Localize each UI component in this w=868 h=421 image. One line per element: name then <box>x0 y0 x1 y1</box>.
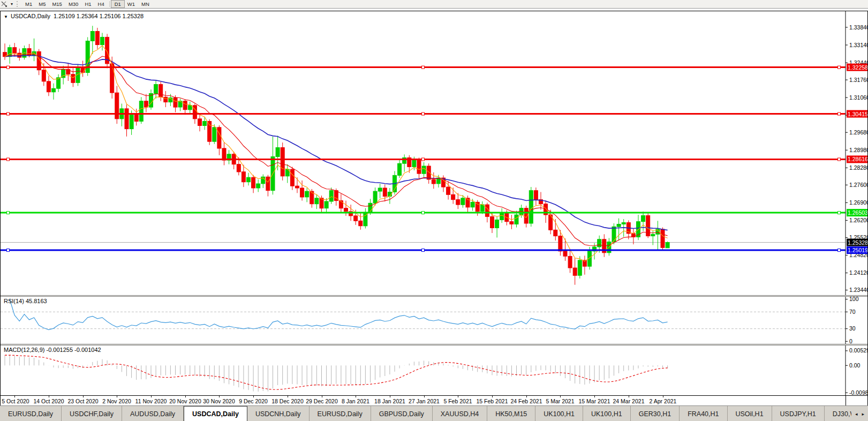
chart-tab-audusd-daily[interactable]: AUDUSD,Daily <box>122 406 184 421</box>
cursor-tool-dropdown-icon[interactable]: ▾ <box>11 2 13 6</box>
candle-body-down[interactable] <box>354 216 358 221</box>
rsi-panel[interactable]: 10070300 <box>1 297 867 344</box>
candle-body-up[interactable] <box>90 32 94 41</box>
candle-body-down[interactable] <box>193 106 197 119</box>
tab-scroll-right-icon[interactable]: ▸ <box>859 410 866 418</box>
candle-body-up[interactable] <box>315 198 319 204</box>
macd-plot[interactable]: 0.0052960.00-0.00981 <box>1 345 867 395</box>
chart-tab-hk50-m15[interactable]: HK50,M15 <box>487 406 535 421</box>
candle-body-up[interactable] <box>256 184 260 188</box>
candle-body-up[interactable] <box>617 224 621 227</box>
cursor-tool-icon[interactable] <box>1 1 10 7</box>
chart-tab-uk100-h1[interactable]: UK100,H1 <box>535 406 583 421</box>
line-handle[interactable] <box>838 112 841 115</box>
line-handle[interactable] <box>7 249 10 252</box>
chart-tab-usdcad-daily[interactable]: USDCAD,Daily <box>184 406 247 421</box>
candle-body-down[interactable] <box>661 229 665 247</box>
candle-body-down[interactable] <box>359 221 363 225</box>
candle-body-down[interactable] <box>281 148 284 176</box>
chart-tab-eurusd-daily[interactable]: EURUSD,Daily <box>310 406 371 421</box>
line-handle[interactable] <box>838 158 841 161</box>
period-button-d1[interactable]: D1 <box>111 1 124 7</box>
candle-body-down[interactable] <box>198 119 202 126</box>
line-handle[interactable] <box>422 112 425 115</box>
candle-body-up[interactable] <box>666 243 669 248</box>
candle-body-down[interactable] <box>71 74 75 83</box>
chart-tab-usdchf-daily[interactable]: USDCHF,Daily <box>62 406 122 421</box>
line-handle[interactable] <box>422 212 425 214</box>
candle-body-down[interactable] <box>563 251 567 256</box>
chart-tab-gbpusd-daily[interactable]: GBPUSD,Daily <box>371 406 433 421</box>
candle-body-up[interactable] <box>529 191 533 223</box>
candle-body-down[interactable] <box>344 208 348 212</box>
candle-body-down[interactable] <box>222 148 226 160</box>
line-handle[interactable] <box>7 112 10 115</box>
candle-body-up[interactable] <box>154 85 158 94</box>
candle-body-down[interactable] <box>266 177 270 191</box>
candle-body-down[interactable] <box>573 268 577 275</box>
candle-body-down[interactable] <box>125 109 129 129</box>
line-handle[interactable] <box>422 158 425 161</box>
candle-body-down[interactable] <box>134 115 138 121</box>
period-button-h4[interactable]: H4 <box>95 1 108 7</box>
candle-body-up[interactable] <box>412 160 416 167</box>
candle-body-down[interactable] <box>42 70 46 81</box>
candle-body-down[interactable] <box>115 93 119 119</box>
line-handle[interactable] <box>7 158 10 161</box>
candle-body-up[interactable] <box>461 198 465 205</box>
period-button-mn[interactable]: MN <box>138 1 153 7</box>
price-chart-panel[interactable]: 1.338401.331401.324401.317601.310601.303… <box>1 11 867 295</box>
candle-body-down[interactable] <box>290 169 294 186</box>
candle-body-up[interactable] <box>52 88 56 92</box>
candle-body-down[interactable] <box>183 101 187 110</box>
candle-body-down[interactable] <box>554 230 557 236</box>
candle-body-down[interactable] <box>13 48 17 53</box>
candle-body-up[interactable] <box>247 177 251 182</box>
candle-body-down[interactable] <box>144 101 148 107</box>
chart-tab-usdcnh-daily[interactable]: USDCNH,Daily <box>247 406 310 421</box>
candle-body-down[interactable] <box>451 194 455 199</box>
candle-body-up[interactable] <box>329 191 333 201</box>
candle-body-down[interactable] <box>490 216 494 228</box>
candle-body-down[interactable] <box>164 97 168 102</box>
candle-body-up[interactable] <box>578 260 582 275</box>
period-button-m1[interactable]: M1 <box>22 1 35 7</box>
toolbar-grip[interactable] <box>17 1 19 7</box>
candle-body-up[interactable] <box>373 191 377 203</box>
candle-body-down[interactable] <box>47 81 50 92</box>
chart-tab-xauusd-h4[interactable]: XAUUSD,H4 <box>433 406 488 421</box>
candle-body-down[interactable] <box>173 98 177 108</box>
tab-scroll-left-icon[interactable]: ◂ <box>853 410 860 418</box>
period-button-m15[interactable]: M15 <box>49 1 65 7</box>
candle-body-up[interactable] <box>305 191 309 197</box>
candle-body-up[interactable] <box>398 163 402 175</box>
candle-body-up[interactable] <box>378 188 382 191</box>
chart-tab-usoil-h1[interactable]: USOil,H1 <box>728 406 772 421</box>
candle-body-down[interactable] <box>510 222 514 224</box>
candle-body-up[interactable] <box>276 148 280 157</box>
candle-body-down[interactable] <box>252 177 255 188</box>
line-handle[interactable] <box>422 249 425 252</box>
candle-body-up[interactable] <box>598 239 601 247</box>
chart-tab-ger30-h1[interactable]: GER30,H1 <box>631 406 680 421</box>
line-handle[interactable] <box>7 66 10 69</box>
period-button-m5[interactable]: M5 <box>35 1 49 7</box>
candle-body-down[interactable] <box>300 188 304 197</box>
candle-body-up[interactable] <box>324 201 328 208</box>
chart-tab-uk100-h1[interactable]: UK100,H1 <box>583 406 631 421</box>
candlestick-plot[interactable]: 1.338401.331401.324401.317601.310601.303… <box>1 11 867 295</box>
candle-body-down[interactable] <box>217 127 221 148</box>
candle-body-up[interactable] <box>422 166 426 174</box>
rsi-plot[interactable]: 10070300 <box>1 297 867 344</box>
line-handle[interactable] <box>838 212 841 214</box>
line-handle[interactable] <box>422 66 425 69</box>
candle-body-down[interactable] <box>320 198 323 208</box>
date-axis[interactable]: 5 Oct 202014 Oct 202023 Oct 20202 Nov 20… <box>1 395 867 405</box>
candle-body-down[interactable] <box>296 186 299 188</box>
line-handle[interactable] <box>838 249 841 252</box>
candle-body-down[interactable] <box>241 172 245 182</box>
candle-body-down[interactable] <box>568 256 572 268</box>
candle-body-up[interactable] <box>515 215 518 224</box>
chart-tab-fra40-h1[interactable]: FRA40,H1 <box>680 406 727 421</box>
period-button-m30[interactable]: M30 <box>65 1 81 7</box>
